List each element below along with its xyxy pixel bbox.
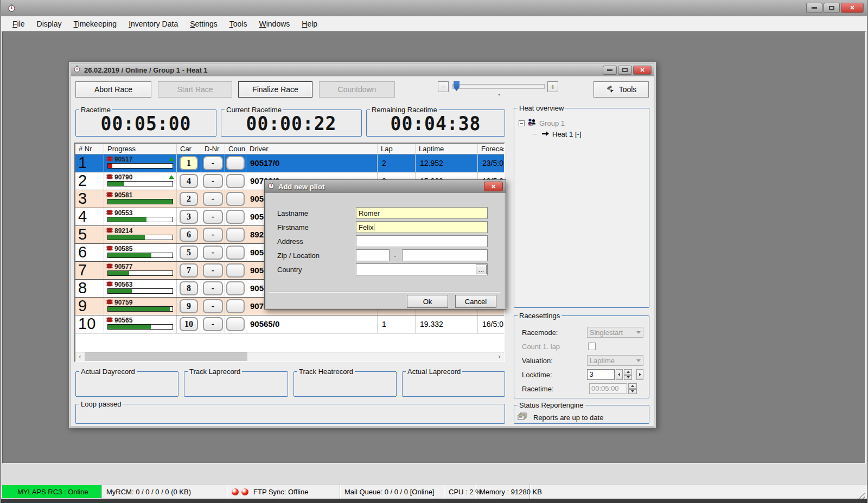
dnr-chip[interactable]: -: [203, 299, 223, 313]
country-chip[interactable]: [226, 263, 245, 278]
country-chip[interactable]: [226, 174, 245, 188]
dnr-chip[interactable]: -: [203, 281, 223, 295]
car-number-chip[interactable]: 10: [180, 317, 198, 331]
dnr-chip[interactable]: -: [203, 246, 223, 260]
race-window-titlebar[interactable]: 26.02.2019 / Online / Group 1 - Heat 1 ✕: [71, 63, 654, 76]
country-chip[interactable]: [226, 299, 245, 313]
car-number-chip[interactable]: 9: [180, 299, 198, 313]
tools-button[interactable]: Tools: [593, 81, 649, 98]
country-input[interactable]: [356, 263, 488, 275]
locktime-spinner[interactable]: [624, 369, 633, 380]
car-number-chip[interactable]: 3: [180, 210, 198, 224]
country-chip[interactable]: [226, 317, 245, 331]
cancel-button[interactable]: Cancel: [455, 295, 496, 308]
dnr-chip[interactable]: -: [203, 192, 223, 206]
ok-button[interactable]: Ok: [407, 295, 448, 308]
dnr-chip[interactable]: -: [203, 156, 223, 170]
col-header-lap[interactable]: Lap: [378, 144, 416, 154]
dialog-close-button[interactable]: ✕: [484, 182, 503, 191]
country-chip[interactable]: [226, 156, 245, 170]
country-chip[interactable]: [226, 246, 245, 260]
spinner-down-button[interactable]: [624, 375, 633, 381]
menu-item-display[interactable]: Display: [31, 17, 68, 30]
scroll-right-button[interactable]: [636, 369, 643, 380]
country-browse-button[interactable]: ...: [476, 265, 487, 274]
abort-race-button[interactable]: Abort Race: [75, 81, 151, 98]
zoom-slider-thumb[interactable]: [454, 81, 459, 91]
dnr-chip[interactable]: -: [203, 228, 223, 242]
dnr-chip[interactable]: -: [203, 317, 223, 331]
car-number-chip[interactable]: 2: [180, 192, 198, 206]
table-row[interactable]: 1905171-90517/0212.95223/5:0: [75, 154, 504, 172]
menu-item-timekeeping[interactable]: Timekeeping: [67, 17, 123, 30]
finalize-race-button[interactable]: Finalize Race: [238, 81, 312, 98]
horizontal-scrollbar[interactable]: ‹ ›: [75, 352, 504, 361]
country-chip[interactable]: [226, 210, 245, 224]
count-first-lap-checkbox[interactable]: [588, 343, 596, 350]
racetime-setting-label: Racetime:: [522, 385, 588, 393]
collapse-icon[interactable]: [519, 120, 525, 126]
close-button[interactable]: ✕: [841, 3, 864, 13]
menu-item-windows[interactable]: Windows: [253, 17, 296, 30]
col-header-nr[interactable]: # Nr: [75, 144, 104, 154]
mdi-area: 26.02.2019 / Online / Group 1 - Heat 1 ✕…: [1, 31, 867, 484]
tree-node-heat[interactable]: Heat 1 [-]: [519, 128, 644, 139]
dnr-chip[interactable]: -: [203, 174, 223, 188]
location-input[interactable]: [402, 249, 488, 261]
dnr-chip[interactable]: -: [203, 210, 223, 224]
dnr-cell: -: [201, 154, 225, 172]
zoom-in-button[interactable]: +: [547, 81, 558, 92]
menu-item-file[interactable]: File: [7, 17, 31, 30]
car-number-chip[interactable]: 7: [180, 263, 198, 278]
menu-item-help[interactable]: Help: [296, 17, 323, 30]
lastname-input[interactable]: Romer: [356, 207, 488, 219]
resize-grip[interactable]: [858, 492, 865, 499]
col-header-forecast[interactable]: Forecast: [478, 144, 504, 154]
tree-group-label[interactable]: Group 1: [539, 119, 565, 127]
rank-cell: 10: [75, 315, 104, 333]
zoom-slider-track[interactable]: [452, 84, 545, 89]
col-header-dnr[interactable]: D-Nr: [201, 144, 225, 154]
spinner-up-button[interactable]: [624, 369, 633, 375]
car-number-chip[interactable]: 1: [180, 156, 198, 170]
scroll-left-icon[interactable]: ‹: [75, 352, 85, 361]
group-icon: [527, 118, 537, 128]
table-row[interactable]: 109056510-90565/0119.33216/5:0: [75, 315, 504, 333]
locktime-input[interactable]: 3: [587, 369, 615, 380]
col-header-car[interactable]: Car: [177, 144, 201, 154]
menu-item-settings[interactable]: Settings: [184, 17, 224, 30]
col-header-laptime[interactable]: Laptime: [416, 144, 478, 154]
col-header-coun[interactable]: Coun: [225, 144, 246, 154]
car-number-chip[interactable]: 6: [180, 228, 198, 242]
tree-heat-label[interactable]: Heat 1 [-]: [552, 130, 581, 138]
maximize-button[interactable]: [618, 66, 632, 75]
car-number-cell: 8: [177, 280, 201, 297]
transponder-label: 90759: [114, 299, 132, 306]
scrollbar-thumb[interactable]: [85, 352, 247, 361]
minimize-button[interactable]: [603, 66, 617, 75]
dialog-titlebar[interactable]: Add new pilot ✕: [265, 180, 506, 193]
menu-item-inventory-data[interactable]: Inventory Data: [123, 17, 184, 30]
car-number-chip[interactable]: 8: [180, 281, 198, 295]
address-input[interactable]: [356, 235, 488, 247]
col-header-driver[interactable]: Driver: [246, 144, 378, 154]
progress-bar: [107, 235, 173, 240]
zip-input[interactable]: [356, 249, 390, 261]
scroll-right-icon[interactable]: ›: [495, 352, 504, 361]
dnr-chip[interactable]: -: [203, 263, 223, 278]
country-chip[interactable]: [226, 192, 245, 206]
firstname-input[interactable]: Felix: [356, 221, 488, 233]
maximize-button[interactable]: [824, 3, 840, 13]
col-header-progress[interactable]: Progress: [104, 144, 177, 154]
car-number-chip[interactable]: 5: [180, 246, 198, 260]
close-button[interactable]: ✕: [633, 66, 652, 75]
car-number-chip[interactable]: 4: [180, 174, 198, 188]
scroll-left-button[interactable]: [616, 369, 623, 380]
car-number-cell: 9: [177, 298, 201, 315]
minimize-button[interactable]: [806, 3, 822, 13]
menu-item-tools[interactable]: Tools: [224, 17, 253, 30]
tree-node-group[interactable]: Group 1: [519, 118, 644, 128]
zoom-out-button[interactable]: −: [438, 81, 449, 92]
country-chip[interactable]: [226, 281, 245, 295]
country-chip[interactable]: [226, 228, 245, 242]
